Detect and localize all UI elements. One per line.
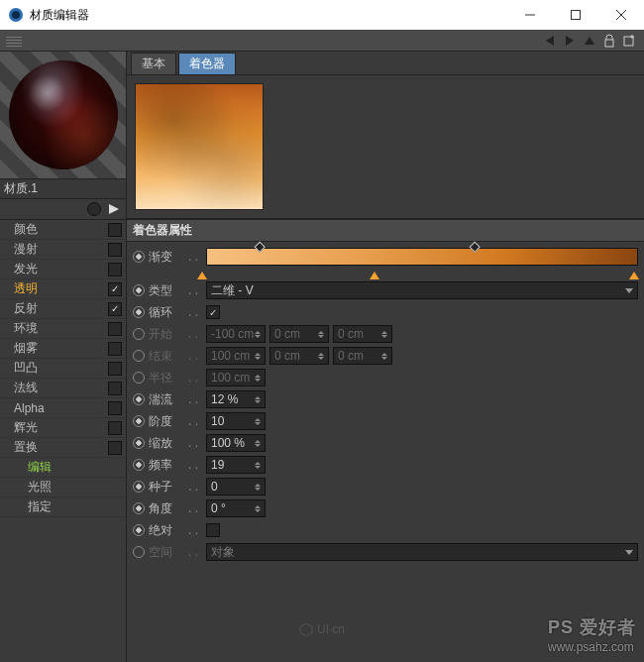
channel-transparency[interactable]: 透明 — [0, 279, 126, 299]
channel-reflection-checkbox[interactable] — [108, 302, 122, 316]
gradient-stop[interactable] — [629, 272, 639, 279]
anim-toggle-type[interactable] — [133, 284, 145, 296]
anim-toggle-freq[interactable] — [133, 459, 145, 471]
row-loop: 循环 . . — [133, 301, 638, 323]
lock-icon[interactable] — [600, 32, 618, 50]
loop-checkbox[interactable] — [206, 305, 220, 319]
toolbar-arrow-button[interactable] — [106, 201, 122, 217]
channel-reflection[interactable]: 反射 — [0, 299, 126, 319]
material-preview[interactable] — [0, 52, 126, 178]
scale-field[interactable]: 100 % — [206, 434, 266, 452]
tab-basic[interactable]: 基本 — [131, 53, 176, 74]
gradient-stop[interactable] — [370, 272, 379, 279]
channel-diffuse-checkbox[interactable] — [108, 243, 122, 257]
channel-luminance[interactable]: 发光 — [0, 260, 126, 279]
start-z-field[interactable]: 0 cm — [333, 325, 392, 343]
end-z-field[interactable]: 0 cm — [333, 347, 392, 365]
channel-glow-checkbox[interactable] — [108, 421, 122, 435]
close-button[interactable] — [598, 0, 644, 30]
anim-toggle-seed[interactable] — [133, 481, 145, 493]
channel-normal[interactable]: 法线 — [0, 379, 126, 398]
anim-toggle-abs[interactable] — [133, 524, 145, 536]
channel-bump-checkbox[interactable] — [108, 362, 122, 376]
gradient-knot[interactable] — [255, 242, 266, 253]
channel-fog-checkbox[interactable] — [108, 342, 122, 356]
channel-normal-checkbox[interactable] — [108, 382, 122, 395]
row-end: 结束 . . 100 cm 0 cm 0 cm — [133, 345, 638, 367]
radius-field[interactable]: 100 cm — [206, 369, 266, 386]
properties-panel: 渐变 . . 类型 . . 二维 - V 循环 — [127, 242, 644, 567]
channel-color-checkbox[interactable] — [108, 223, 122, 237]
gradient-stop[interactable] — [197, 272, 207, 279]
space-dropdown[interactable]: 对象 — [206, 543, 638, 561]
channel-environment[interactable]: 环境 — [0, 319, 126, 339]
channel-assignment[interactable]: 指定 — [0, 497, 126, 517]
row-start: 开始 . . -100 cm 0 cm 0 cm — [133, 323, 638, 345]
channel-environment-checkbox[interactable] — [108, 322, 122, 336]
frequency-field[interactable]: 19 — [206, 456, 266, 474]
channel-edit[interactable]: 编辑 — [0, 458, 126, 478]
channel-luminance-checkbox[interactable] — [108, 263, 122, 276]
preview-sphere — [9, 60, 118, 169]
type-dropdown[interactable]: 二维 - V — [206, 281, 638, 299]
gradient-knot[interactable] — [470, 242, 481, 253]
seed-field[interactable]: 0 — [206, 478, 266, 496]
channel-illumination[interactable]: 光照 — [0, 478, 126, 497]
shader-preview-area — [127, 75, 644, 219]
end-y-field[interactable]: 0 cm — [269, 347, 329, 365]
app-icon — [8, 7, 24, 23]
anim-toggle-start[interactable] — [133, 328, 145, 340]
maximize-button[interactable] — [553, 0, 598, 30]
channel-alpha-checkbox[interactable] — [108, 401, 122, 415]
row-turbulence: 湍流 . . 12 % — [133, 388, 638, 410]
row-radius: 半径 . . 100 cm — [133, 367, 638, 388]
tab-shader[interactable]: 着色器 — [178, 53, 236, 74]
channel-displacement-checkbox[interactable] — [108, 441, 122, 455]
anim-toggle-oct[interactable] — [133, 415, 145, 427]
angle-field[interactable]: 0 ° — [206, 499, 266, 517]
start-x-field[interactable]: -100 cm — [206, 325, 266, 343]
row-frequency: 频率 . . 19 — [133, 454, 638, 476]
channel-diffuse[interactable]: 漫射 — [0, 240, 126, 260]
row-scale: 缩放 . . 100 % — [133, 432, 638, 454]
svg-marker-7 — [566, 36, 574, 46]
nav-up-button[interactable] — [581, 32, 598, 50]
end-x-field[interactable]: 100 cm — [206, 347, 266, 365]
anim-toggle-turb[interactable] — [133, 393, 145, 405]
channel-glow[interactable]: 辉光 — [0, 418, 126, 438]
row-type: 类型 . . 二维 - V — [133, 279, 638, 301]
anim-toggle-scale[interactable] — [133, 437, 145, 449]
watermark-center: UI·cn — [299, 622, 345, 636]
minimize-button[interactable] — [507, 0, 553, 30]
hexagon-icon — [299, 622, 313, 636]
toolbar — [0, 30, 644, 52]
absolute-checkbox[interactable] — [206, 523, 220, 537]
shader-preview[interactable] — [135, 83, 264, 210]
channel-transparency-checkbox[interactable] — [108, 282, 122, 296]
anim-toggle-end[interactable] — [133, 350, 145, 362]
channel-fog[interactable]: 烟雾 — [0, 339, 126, 359]
section-shader-props: 着色器属性 — [127, 219, 644, 242]
material-name-input[interactable] — [4, 182, 122, 196]
gradient-bar[interactable] — [206, 248, 638, 266]
row-gradient: 渐变 . . — [133, 246, 638, 268]
turbulence-field[interactable]: 12 % — [206, 390, 266, 408]
start-y-field[interactable]: 0 cm — [269, 325, 329, 343]
channel-color[interactable]: 颜色 — [0, 220, 126, 240]
channel-alpha[interactable]: Alpha — [0, 398, 126, 418]
nav-next-button[interactable] — [561, 32, 579, 50]
toolbar-dot-button[interactable] — [86, 201, 102, 217]
material-name-field — [0, 178, 126, 198]
title-bar: 材质编辑器 — [0, 0, 644, 30]
anim-toggle-angle[interactable] — [133, 502, 145, 514]
octaves-field[interactable]: 10 — [206, 412, 266, 430]
nav-prev-button[interactable] — [541, 32, 559, 50]
channel-bump[interactable]: 凹凸 — [0, 359, 126, 379]
channel-displacement[interactable]: 置换 — [0, 438, 126, 458]
anim-toggle-gradient[interactable] — [133, 251, 145, 263]
new-instance-icon[interactable] — [620, 32, 638, 50]
right-panel: 基本 着色器 着色器属性 渐变 . . — [127, 52, 644, 662]
anim-toggle-loop[interactable] — [133, 306, 145, 318]
anim-toggle-radius[interactable] — [133, 372, 145, 384]
anim-toggle-space[interactable] — [133, 546, 145, 558]
